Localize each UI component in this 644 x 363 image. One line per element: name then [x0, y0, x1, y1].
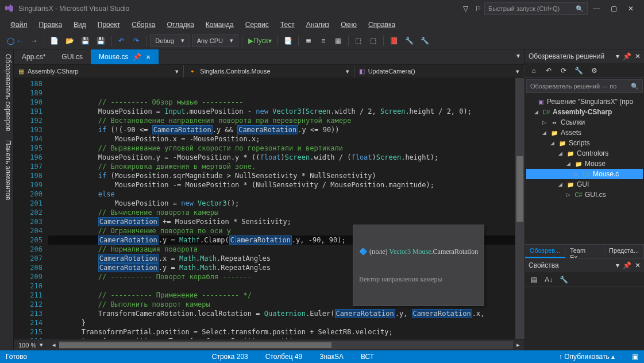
open-button[interactable]: 📂	[63, 34, 76, 47]
tab-gui[interactable]: GUI.cs	[53, 49, 91, 64]
tab-mouse[interactable]: Mouse.cs📌✕	[91, 49, 159, 64]
close-button[interactable]: ✕	[622, 2, 639, 15]
close-tab-icon[interactable]: ✕	[146, 54, 151, 60]
menu-debug[interactable]: Отладка	[161, 18, 199, 31]
assembly-combo[interactable]: ▦Assembly-CSharp▾	[14, 65, 184, 78]
tb-icon-4[interactable]: ▦	[332, 34, 345, 47]
minimize-button[interactable]: —	[588, 2, 605, 15]
zoom-combo[interactable]: 100 %	[18, 342, 36, 349]
status-col: Столбец 49	[265, 353, 302, 361]
filter-icon[interactable]: ▽	[459, 2, 472, 15]
menu-file[interactable]: Файл	[5, 18, 33, 31]
menu-team[interactable]: Команда	[200, 18, 240, 31]
window-title: SingularisX - Microsoft Visual Studio	[18, 5, 129, 13]
menu-analysis[interactable]: Анализ	[300, 18, 336, 31]
tb-icon-7[interactable]: 📕	[387, 34, 400, 47]
tb-icon-3[interactable]: ≡	[317, 34, 330, 47]
publish-button[interactable]: ↑ Опубликовать ▴	[559, 353, 615, 361]
status-ins: ВСТ	[361, 353, 374, 361]
quick-launch-placeholder: Быстрый запуск (Ctrl+Q)	[488, 5, 560, 12]
se-back-icon[interactable]: ↶	[542, 64, 555, 77]
se-tool-icon[interactable]: 🔧	[572, 64, 585, 77]
notifications-icon[interactable]: ⚐	[472, 2, 484, 15]
props-tool-icon[interactable]: 🔧	[557, 273, 570, 286]
new-project-button[interactable]: 📄	[48, 34, 61, 47]
tb-icon-6[interactable]: ⬚	[367, 34, 380, 47]
tab-app[interactable]: App.cs*	[14, 49, 53, 64]
undo-button[interactable]: ↶	[115, 34, 128, 47]
save-button[interactable]: 💾	[79, 34, 92, 47]
solution-tree[interactable]: ▣Решение "SingularisX" (про ◢C#Assembly-…	[525, 94, 644, 244]
forward-button[interactable]: →	[28, 34, 40, 47]
solution-explorer-title: Обозреватель решений	[529, 52, 604, 60]
quick-launch-input[interactable]: Быстрый запуск (Ctrl+Q) 🔍	[484, 2, 588, 15]
toolbox-tab[interactable]: Панель элементов	[1, 140, 12, 200]
redo-button[interactable]: ↷	[130, 34, 142, 47]
menu-build[interactable]: Сборка	[126, 18, 161, 31]
panel-close-icon[interactable]: ✕	[635, 261, 641, 269]
menu-project[interactable]: Проект	[92, 18, 126, 31]
se-sync-icon[interactable]: ⟳	[557, 64, 570, 77]
vs-logo-icon	[5, 4, 14, 13]
status-line: Строка 203	[212, 353, 248, 361]
panel-menu-icon[interactable]: ▾	[616, 52, 619, 60]
panel-close-icon[interactable]: ✕	[635, 52, 641, 60]
config-combo[interactable]: Debug▾	[150, 34, 189, 47]
status-char: ЗнакSA	[319, 353, 344, 361]
se-tab-team[interactable]: Team Ex...	[565, 245, 604, 258]
code-editor[interactable]: // --------- Обзор мышью ---------- Mous…	[48, 78, 515, 339]
se-search-input[interactable]: Обозреватель решений — по🔍	[526, 79, 643, 93]
tb-icon-2[interactable]: ≣	[302, 34, 315, 47]
tb-icon-5[interactable]: ⬚	[352, 34, 365, 47]
menu-help[interactable]: Справка	[363, 18, 401, 31]
platform-combo[interactable]: Any CPU▾	[192, 34, 238, 47]
menu-window[interactable]: Окно	[335, 18, 363, 31]
play-button[interactable]: ▶ Пуск ▾	[246, 34, 274, 47]
editor-hscroll[interactable]	[59, 341, 513, 349]
intellisense-tooltip: 🔷 (поле) Vector3 Mouse.CameraRotation Ве…	[353, 225, 484, 306]
pin-icon[interactable]: 📌	[623, 52, 631, 60]
properties-title: Свойства	[529, 261, 559, 269]
save-all-button[interactable]: 💾	[94, 34, 107, 47]
method-combo[interactable]: ◧UpdateCamera()▾	[354, 65, 525, 78]
tb-icon-1[interactable]: 📑	[281, 34, 295, 47]
se-tab-solution[interactable]: Обозрев...	[525, 245, 565, 258]
pin-icon[interactable]: 📌	[623, 261, 631, 269]
tb-icon-8[interactable]: 🔧	[403, 34, 416, 47]
tab-menu-icon[interactable]: ▾	[512, 49, 525, 62]
pin-icon[interactable]: 📌	[133, 53, 141, 61]
props-cat-icon[interactable]: ▤	[527, 273, 540, 286]
panel-menu-icon[interactable]: ▾	[616, 261, 619, 269]
maximize-button[interactable]: ▢	[605, 2, 622, 15]
menu-view[interactable]: Вид	[68, 18, 92, 31]
status-ready: Готово	[6, 353, 27, 361]
props-az-icon[interactable]: A↓	[542, 273, 555, 286]
tb-icon-9[interactable]: 🔧	[418, 34, 431, 47]
back-button[interactable]: ◯ ←	[5, 34, 25, 47]
se-tab-class[interactable]: Предста...	[604, 245, 644, 258]
server-explorer-tab[interactable]: Обозреватель серверов	[1, 54, 12, 131]
se-tool2-icon[interactable]: ⚙	[588, 64, 600, 77]
line-gutter: 1881891901911921931941951961971981992002…	[14, 78, 48, 339]
se-home-icon[interactable]: ⌂	[527, 64, 540, 77]
menu-test[interactable]: Тест	[275, 18, 300, 31]
search-icon: 🔍	[576, 5, 584, 13]
editor-vscroll[interactable]	[515, 78, 525, 339]
menu-edit[interactable]: Правка	[33, 18, 68, 31]
source-control-icon[interactable]: ▣	[632, 353, 638, 361]
menu-service[interactable]: Сервис	[240, 18, 275, 31]
class-combo[interactable]: 🔸Singlaris.Controls.Mouse▾	[184, 65, 354, 78]
